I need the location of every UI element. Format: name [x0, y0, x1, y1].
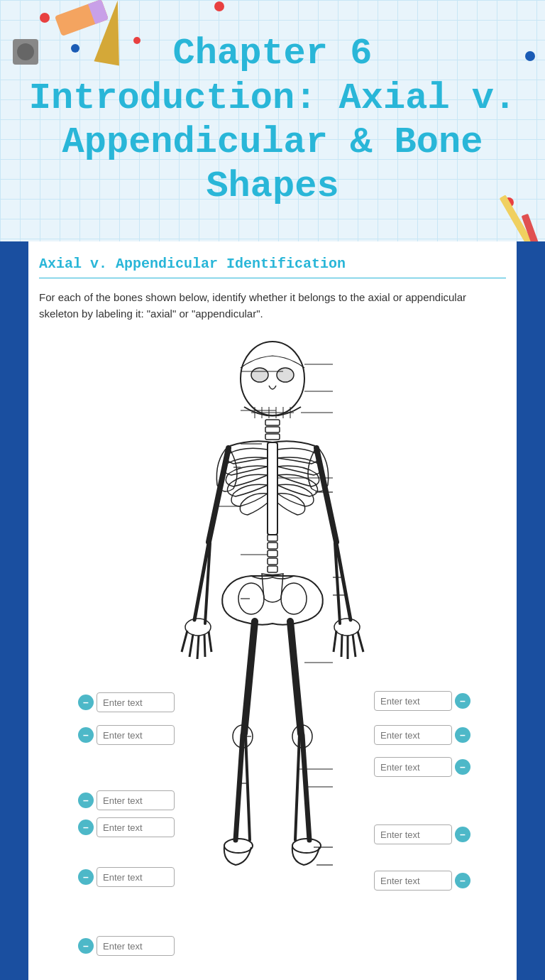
dot-red3: [214, 1, 224, 11]
svg-line-28: [204, 634, 205, 657]
section-title: Axial v. Appendicular Identification: [39, 256, 506, 272]
svg-line-39: [244, 621, 255, 734]
section-divider: [39, 278, 506, 278]
input-left-4[interactable]: [97, 817, 175, 837]
skeleton-image: [152, 336, 393, 947]
dot-left-6: [78, 938, 94, 954]
svg-line-45: [295, 735, 299, 840]
header: Chapter 6 Introduction: Axial v. Appendi…: [0, 0, 545, 241]
svg-rect-18: [268, 566, 277, 572]
input-left-3[interactable]: [97, 790, 175, 810]
svg-line-41: [246, 735, 250, 840]
svg-line-27: [197, 636, 199, 659]
label-left-3[interactable]: [78, 790, 175, 810]
sidebar-right: [517, 241, 545, 980]
svg-rect-13: [268, 442, 277, 535]
label-left-5[interactable]: [78, 867, 175, 887]
svg-point-46: [292, 839, 321, 853]
dot-left-1: [78, 695, 94, 710]
dot-right-3: [455, 759, 470, 775]
dot-left-2: [78, 727, 94, 743]
svg-rect-16: [268, 550, 277, 557]
dot-right-5: [455, 873, 470, 888]
input-left-1[interactable]: [97, 692, 175, 712]
svg-rect-17: [268, 558, 277, 565]
svg-point-0: [241, 342, 304, 415]
svg-line-34: [334, 631, 336, 652]
label-left-6[interactable]: [78, 936, 175, 956]
dot-right-2: [455, 727, 470, 743]
page-title: Chapter 6 Introduction: Axial v. Appendi…: [0, 18, 545, 224]
input-left-2[interactable]: [97, 725, 175, 745]
svg-rect-12: [265, 434, 280, 440]
input-right-3[interactable]: [374, 757, 452, 777]
svg-line-38: [358, 631, 363, 652]
label-right-3[interactable]: [374, 757, 470, 777]
dot-right-4: [455, 827, 470, 842]
svg-line-40: [236, 735, 243, 840]
svg-rect-10: [265, 420, 280, 425]
svg-point-2: [277, 368, 294, 382]
svg-point-33: [334, 619, 360, 636]
svg-line-43: [290, 621, 301, 734]
label-right-2[interactable]: [374, 725, 470, 745]
svg-point-20: [281, 583, 307, 614]
svg-line-26: [189, 634, 193, 657]
sidebar-left: [0, 241, 28, 980]
dot-left-3: [78, 793, 94, 808]
label-right-1[interactable]: [374, 691, 470, 711]
svg-line-44: [302, 735, 309, 840]
input-right-2[interactable]: [374, 725, 452, 745]
svg-line-35: [341, 634, 342, 657]
svg-line-25: [182, 631, 187, 652]
svg-point-1: [251, 368, 268, 382]
svg-point-24: [185, 619, 211, 636]
svg-rect-15: [268, 543, 277, 549]
label-right-5[interactable]: [374, 871, 470, 891]
svg-rect-14: [268, 535, 277, 541]
input-right-1[interactable]: [374, 691, 452, 711]
input-right-5[interactable]: [374, 871, 452, 891]
label-left-1[interactable]: [78, 692, 175, 712]
input-right-4[interactable]: [374, 824, 452, 844]
label-right-4[interactable]: [374, 824, 470, 844]
label-left-2[interactable]: [78, 725, 175, 745]
input-left-6[interactable]: [97, 936, 175, 956]
main-content: Axial v. Appendicular Identification For…: [0, 241, 545, 980]
svg-line-29: [209, 631, 211, 652]
label-left-4[interactable]: [78, 817, 175, 837]
dot-right-1: [455, 693, 470, 709]
svg-rect-11: [265, 427, 280, 432]
dot-left-5: [78, 869, 94, 885]
instructions: For each of the bones shown below, ident…: [39, 290, 506, 322]
input-left-5[interactable]: [97, 867, 175, 887]
dot-left-4: [78, 820, 94, 835]
svg-point-42: [224, 839, 253, 853]
diagram-container: [39, 336, 506, 975]
svg-line-37: [353, 634, 356, 657]
